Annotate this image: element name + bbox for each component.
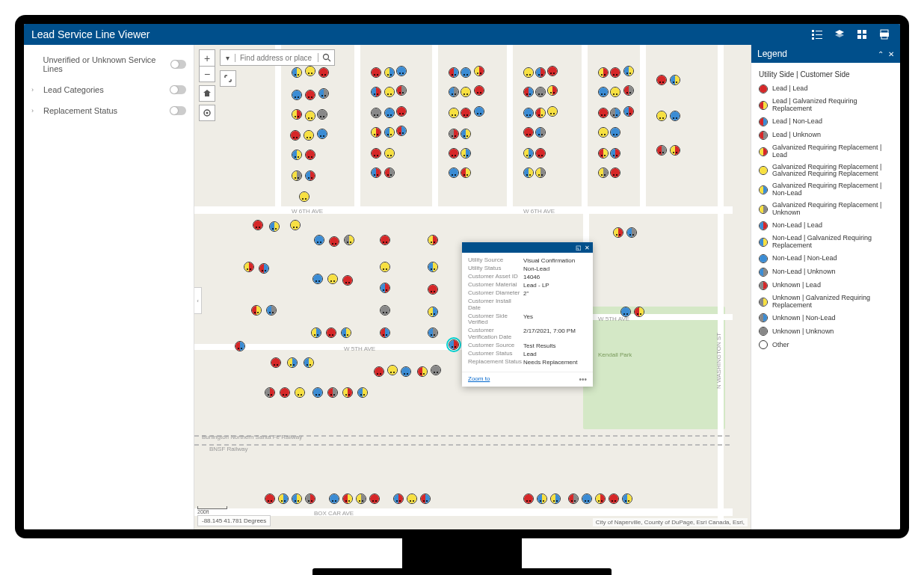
service-line-point[interactable] [523, 108, 534, 118]
service-line-point[interactable] [474, 106, 484, 117]
home-button[interactable] [199, 85, 215, 102]
service-line-point[interactable] [656, 111, 667, 121]
service-line-point[interactable] [523, 87, 534, 97]
service-line-point[interactable] [384, 148, 395, 159]
service-line-point[interactable] [292, 493, 302, 504]
service-line-point[interactable] [582, 493, 592, 504]
service-line-point[interactable] [304, 357, 314, 368]
service-line-point[interactable] [292, 90, 302, 100]
service-line-point[interactable] [371, 108, 381, 118]
service-line-point[interactable] [535, 108, 546, 118]
service-line-point[interactable] [371, 87, 381, 97]
service-line-point[interactable] [547, 85, 558, 96]
service-line-point[interactable] [384, 67, 395, 78]
service-line-point[interactable] [371, 167, 381, 178]
service-line-point[interactable] [384, 127, 395, 138]
service-line-point[interactable] [407, 493, 417, 504]
service-line-point[interactable] [461, 67, 471, 78]
service-line-point[interactable] [535, 87, 546, 97]
service-line-point[interactable] [623, 106, 634, 117]
service-line-point[interactable] [537, 493, 547, 504]
service-line-point[interactable] [317, 109, 327, 120]
service-line-point[interactable] [656, 75, 667, 85]
service-line-point[interactable] [610, 87, 620, 97]
service-line-point[interactable] [380, 328, 390, 338]
service-line-point[interactable] [341, 328, 351, 338]
service-line-point[interactable] [623, 66, 634, 76]
service-line-point[interactable] [265, 493, 275, 504]
service-line-point[interactable] [610, 167, 620, 178]
search-source-dropdown[interactable]: ▾ [221, 54, 235, 62]
service-line-point[interactable] [547, 106, 558, 117]
service-line-point[interactable] [280, 387, 290, 398]
service-line-point[interactable] [387, 365, 398, 375]
legend-tool-icon[interactable] [809, 26, 825, 43]
service-line-point[interactable] [449, 87, 459, 97]
service-line-point[interactable] [356, 493, 366, 504]
service-line-point[interactable] [342, 387, 353, 398]
service-line-point[interactable] [384, 167, 395, 178]
service-line-point[interactable] [305, 66, 315, 76]
service-line-point[interactable] [317, 129, 327, 139]
service-line-point[interactable] [550, 493, 561, 504]
service-line-point[interactable] [314, 235, 324, 245]
service-line-point[interactable] [535, 148, 546, 159]
service-line-point[interactable] [292, 109, 302, 120]
service-line-point[interactable] [626, 227, 637, 238]
service-line-point[interactable] [287, 357, 298, 368]
service-line-point[interactable] [318, 88, 329, 99]
service-line-point[interactable] [610, 67, 620, 78]
service-line-point[interactable] [312, 387, 323, 398]
service-line-point[interactable] [461, 129, 471, 139]
service-line-point[interactable] [449, 129, 459, 139]
service-line-point[interactable] [523, 167, 534, 178]
service-line-point[interactable] [428, 328, 438, 338]
service-line-point[interactable] [305, 90, 315, 100]
service-line-point[interactable] [396, 106, 407, 117]
service-line-point[interactable] [431, 365, 441, 375]
layer-toggle[interactable] [170, 106, 186, 115]
service-line-point[interactable] [305, 170, 315, 181]
zoom-out-button[interactable]: − [199, 66, 215, 82]
service-line-point[interactable] [598, 148, 609, 159]
service-line-point[interactable] [329, 493, 339, 504]
service-line-point[interactable] [327, 274, 338, 284]
legend-collapse-icon[interactable]: ⌃ [878, 50, 884, 58]
service-line-point[interactable] [244, 262, 254, 272]
popup-close-icon[interactable]: ✕ [585, 245, 590, 251]
service-line-point[interactable] [235, 341, 245, 351]
service-line-point[interactable] [449, 67, 459, 78]
service-line-point[interactable] [271, 357, 281, 368]
service-line-point[interactable] [371, 127, 381, 138]
service-line-point[interactable] [613, 227, 623, 238]
service-line-point[interactable] [449, 148, 459, 159]
service-line-point[interactable] [598, 167, 609, 178]
service-line-point[interactable] [670, 111, 680, 121]
service-line-point[interactable] [305, 150, 315, 160]
zoom-in-button[interactable]: + [199, 49, 215, 66]
service-line-point[interactable] [461, 108, 471, 118]
service-line-point[interactable] [374, 366, 384, 377]
layer-row[interactable]: Unverified or Unknown Service Lines [24, 49, 194, 79]
service-line-point[interactable] [292, 170, 302, 181]
service-line-point[interactable] [266, 305, 277, 316]
map[interactable]: Kendall Park W 6TH AVE [194, 45, 751, 529]
service-line-point[interactable] [396, 126, 407, 136]
service-line-point[interactable] [393, 493, 404, 504]
service-line-point[interactable] [623, 85, 634, 96]
service-line-point[interactable] [251, 305, 262, 316]
service-line-point[interactable] [326, 328, 336, 338]
service-line-point[interactable] [598, 127, 609, 138]
service-line-point[interactable] [656, 145, 667, 156]
service-line-point[interactable] [305, 111, 315, 121]
service-line-point[interactable] [290, 130, 301, 141]
service-line-point[interactable] [305, 493, 315, 504]
legend-close-icon[interactable]: ✕ [888, 50, 894, 58]
service-line-point[interactable] [344, 235, 354, 245]
service-line-point[interactable] [417, 366, 428, 377]
service-line-point[interactable] [622, 493, 632, 504]
service-line-point[interactable] [428, 235, 438, 245]
layer-toggle[interactable] [170, 85, 186, 94]
service-line-point[interactable] [401, 366, 411, 377]
search-button[interactable] [318, 53, 334, 62]
